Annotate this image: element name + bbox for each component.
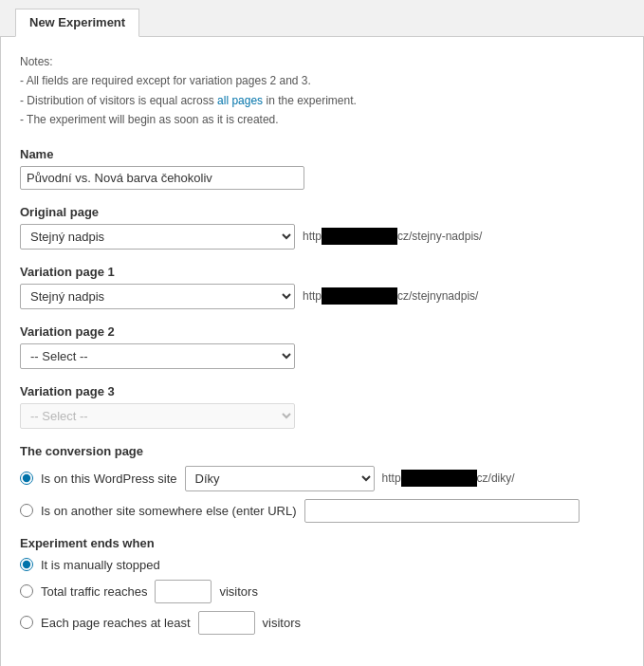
notes-line3-suffix: in the experiment. <box>263 94 357 107</box>
original-url-suffix: cz/stejny-nadpis/ <box>397 230 482 243</box>
variation1-url-suffix: cz/stejnynadpis/ <box>397 289 478 303</box>
conversion-other-radio[interactable] <box>20 504 33 517</box>
original-page-group: Original page Stejný nadpis httpcz/stejn… <box>20 205 624 250</box>
experiment-ends-group: Experiment ends when It is manually stop… <box>20 536 624 635</box>
traffic-visitors-label: visitors <box>219 584 257 599</box>
conversion-group: The conversion page Is on this WordPress… <box>20 444 624 523</box>
original-page-row: Stejný nadpis httpcz/stejny-nadpis/ <box>20 224 624 250</box>
tab-bar: New Experiment <box>0 0 644 37</box>
conversion-wp-row: Is on this WordPress site Díky httpcz/di… <box>20 466 624 491</box>
each-page-label: Each page reaches at least <box>41 616 191 630</box>
notes-line4: - The experiment will begin as soon as i… <box>20 113 279 126</box>
conversion-wp-radio[interactable] <box>20 472 33 485</box>
name-field-group: Name <box>20 147 624 190</box>
conversion-wp-select[interactable]: Díky <box>185 466 375 491</box>
experiment-ends-label: Experiment ends when <box>20 536 624 550</box>
conversion-other-label: Is on another site somewhere else (enter… <box>41 504 297 518</box>
conversion-wp-url-prefix: http <box>382 472 401 485</box>
original-page-label: Original page <box>20 205 624 219</box>
variation1-url: httpcz/stejnynadpis/ <box>303 287 478 305</box>
variation1-row: Stejný nadpis httpcz/stejnynadpis/ <box>20 284 624 309</box>
variation2-group: Variation page 2 -- Select -- <box>20 324 624 369</box>
variation3-row: -- Select -- <box>20 403 624 429</box>
notes-line2: - All fields are required except for var… <box>20 74 311 87</box>
each-visitors-label: visitors <box>263 616 301 630</box>
variation3-select[interactable]: -- Select -- <box>20 403 295 429</box>
each-page-radio[interactable] <box>20 616 33 629</box>
variation2-select[interactable]: -- Select -- <box>20 343 295 369</box>
tab-new-experiment[interactable]: New Experiment <box>15 9 139 37</box>
traffic-row: Total traffic reaches visitors <box>20 580 624 603</box>
variation1-label: Variation page 1 <box>20 265 624 279</box>
traffic-input[interactable] <box>155 580 212 603</box>
variation3-label: Variation page 3 <box>20 384 624 398</box>
conversion-wp-url-suffix: cz/diky/ <box>477 472 515 485</box>
page-wrap: New Experiment Notes: - All fields are r… <box>0 0 644 666</box>
conversion-other-row: Is on another site somewhere else (enter… <box>20 499 624 523</box>
original-url-black-block <box>322 228 397 245</box>
variation1-url-black-block <box>322 287 397 305</box>
form-content: Notes: - All fields are required except … <box>0 37 644 666</box>
variation1-url-prefix: http <box>303 289 322 303</box>
name-label: Name <box>20 147 624 161</box>
variation2-label: Variation page 2 <box>20 324 624 339</box>
variation1-select[interactable]: Stejný nadpis <box>20 284 295 309</box>
notes-section: Notes: - All fields are required except … <box>20 52 624 130</box>
conversion-wp-url: httpcz/diky/ <box>382 470 515 487</box>
conversion-label: The conversion page <box>20 444 624 458</box>
variation1-group: Variation page 1 Stejný nadpis httpcz/st… <box>20 265 624 309</box>
traffic-radio[interactable] <box>20 584 33 598</box>
manual-stop-radio[interactable] <box>20 558 33 571</box>
conversion-wp-black-block <box>401 470 477 487</box>
name-input[interactable] <box>20 166 304 190</box>
original-url-prefix: http <box>303 230 322 243</box>
notes-link: all pages <box>217 94 263 107</box>
original-page-select[interactable]: Stejný nadpis <box>20 224 295 250</box>
traffic-label: Total traffic reaches <box>41 584 147 599</box>
each-page-input[interactable] <box>198 611 255 635</box>
manual-stop-label: It is manually stopped <box>41 558 160 572</box>
each-page-row: Each page reaches at least visitors <box>20 611 624 635</box>
conversion-url-input[interactable] <box>304 499 580 523</box>
manual-stop-row: It is manually stopped <box>20 558 624 572</box>
notes-line3-prefix: - Distribution of visitors is equal acro… <box>20 94 217 107</box>
original-page-url: httpcz/stejny-nadpis/ <box>303 228 482 245</box>
variation2-row: -- Select -- <box>20 343 624 369</box>
notes-line1: Notes: <box>20 55 53 68</box>
conversion-wp-label: Is on this WordPress site <box>41 472 177 486</box>
variation3-group: Variation page 3 -- Select -- <box>20 384 624 429</box>
